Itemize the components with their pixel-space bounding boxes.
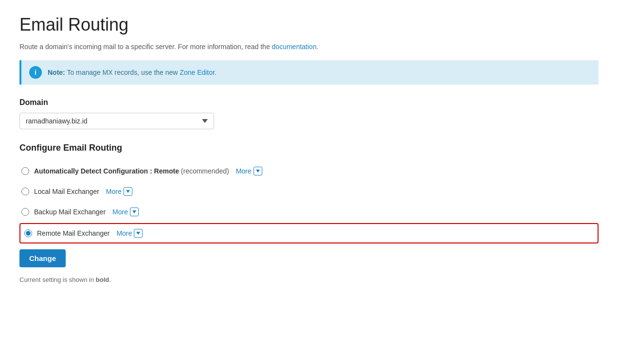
radio-label-local: Local Mail Exchanger bbox=[34, 188, 99, 195]
radio-backup[interactable] bbox=[21, 208, 29, 216]
domain-label: Domain bbox=[19, 98, 599, 107]
radio-remote[interactable] bbox=[24, 229, 32, 237]
radio-label-remote: Remote Mail Exchanger bbox=[37, 229, 109, 237]
note-label: Note: bbox=[48, 69, 65, 76]
change-button[interactable]: Change bbox=[19, 249, 66, 267]
radio-local[interactable] bbox=[21, 188, 29, 195]
info-icon: i bbox=[29, 66, 42, 79]
more-btn-auto[interactable]: More bbox=[234, 166, 264, 176]
radio-item-local: Local Mail Exchanger More bbox=[19, 181, 599, 202]
more-btn-remote[interactable]: More bbox=[114, 228, 145, 239]
radio-item-backup: Backup Mail Exchanger More bbox=[19, 202, 599, 222]
more-icon-backup bbox=[130, 208, 139, 216]
info-banner: i Note: To manage MX records, use the ne… bbox=[19, 60, 599, 85]
page-container: Email Routing Route a domain's incoming … bbox=[0, 0, 618, 364]
description: Route a domain's incoming mail to a spec… bbox=[19, 43, 599, 51]
domain-select[interactable]: ramadhaniawy.biz.id bbox=[19, 113, 214, 129]
svg-marker-2 bbox=[132, 210, 136, 213]
page-title: Email Routing bbox=[19, 15, 599, 35]
radio-auto[interactable] bbox=[21, 167, 29, 175]
description-prefix: Route a domain's incoming mail to a spec… bbox=[19, 43, 272, 51]
svg-marker-3 bbox=[136, 232, 140, 235]
svg-marker-1 bbox=[126, 190, 130, 193]
footer-note-bold: bold bbox=[96, 276, 109, 283]
description-suffix: . bbox=[316, 43, 318, 51]
radio-group: Automatically Detect Configuration : Rem… bbox=[19, 161, 599, 244]
domain-section: Domain ramadhaniawy.biz.id bbox=[19, 98, 599, 129]
zone-editor-link[interactable]: Zone Editor bbox=[180, 69, 215, 76]
svg-marker-0 bbox=[256, 170, 260, 173]
more-btn-local[interactable]: More bbox=[104, 186, 134, 197]
radio-label-auto: Automatically Detect Configuration : Rem… bbox=[34, 167, 229, 175]
configure-title: Configure Email Routing bbox=[19, 143, 599, 153]
radio-item-auto: Automatically Detect Configuration : Rem… bbox=[19, 161, 599, 181]
info-banner-text: Note: To manage MX records, use the new … bbox=[48, 69, 217, 76]
configure-section: Configure Email Routing Automatically De… bbox=[19, 143, 599, 283]
note-main: To manage MX records, use the new bbox=[65, 69, 180, 76]
documentation-link[interactable]: documentation bbox=[272, 43, 317, 51]
note-suffix: . bbox=[215, 69, 217, 76]
more-icon-auto bbox=[254, 167, 262, 175]
more-btn-backup[interactable]: More bbox=[110, 207, 141, 217]
radio-item-remote: Remote Mail Exchanger More bbox=[19, 223, 599, 243]
footer-note: Current setting is shown in bold. bbox=[19, 276, 599, 283]
more-icon-local bbox=[124, 187, 132, 196]
more-icon-remote bbox=[134, 229, 143, 238]
radio-label-backup: Backup Mail Exchanger bbox=[34, 208, 106, 216]
